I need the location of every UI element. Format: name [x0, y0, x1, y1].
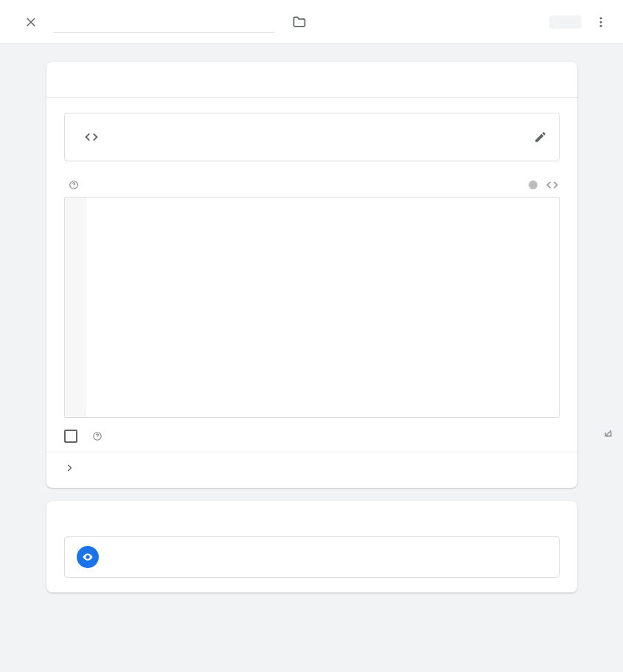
status-indicator — [529, 181, 537, 189]
header-bar — [0, 0, 623, 44]
svg-point-6 — [73, 186, 74, 187]
more-vert-icon — [594, 15, 608, 29]
svg-point-9 — [86, 556, 88, 559]
page-body — [0, 44, 623, 672]
svg-point-2 — [600, 17, 602, 19]
svg-point-8 — [97, 438, 97, 438]
tag-configuration-card — [46, 62, 577, 488]
advanced-settings-toggle[interactable] — [46, 452, 577, 473]
html-help-button[interactable] — [69, 180, 79, 190]
close-icon — [24, 15, 38, 29]
doc-write-help-button[interactable] — [92, 431, 102, 441]
pageview-trigger-icon — [77, 546, 99, 568]
expand-editor-handle[interactable] — [598, 423, 619, 444]
html-label-row — [64, 178, 560, 192]
folder-icon — [292, 15, 307, 29]
folder-button[interactable] — [286, 9, 313, 35]
help-icon — [92, 431, 102, 441]
code-content[interactable] — [86, 197, 559, 417]
code-gutter — [65, 197, 86, 417]
svg-point-4 — [600, 24, 602, 27]
more-menu-button[interactable] — [588, 9, 614, 35]
support-document-write-checkbox[interactable] — [64, 430, 77, 443]
firing-trigger-row[interactable] — [64, 536, 560, 578]
tag-name-input[interactable] — [53, 11, 274, 33]
html-code-editor[interactable] — [64, 197, 560, 418]
pencil-icon — [534, 130, 547, 144]
tag-type-selector[interactable] — [64, 113, 560, 161]
svg-point-3 — [600, 21, 602, 23]
save-button[interactable] — [549, 15, 582, 29]
chevron-right-icon — [64, 463, 74, 473]
close-button[interactable] — [18, 9, 44, 35]
help-icon — [69, 180, 79, 190]
code-icon — [545, 178, 560, 192]
code-format-toggle[interactable] — [545, 178, 560, 192]
code-brackets-icon — [77, 122, 106, 152]
edit-tag-type-button[interactable] — [534, 130, 547, 144]
triggering-card — [46, 501, 577, 592]
eye-icon — [82, 551, 94, 563]
expand-diagonal-icon — [602, 427, 615, 440]
support-document-write-row — [64, 430, 560, 443]
